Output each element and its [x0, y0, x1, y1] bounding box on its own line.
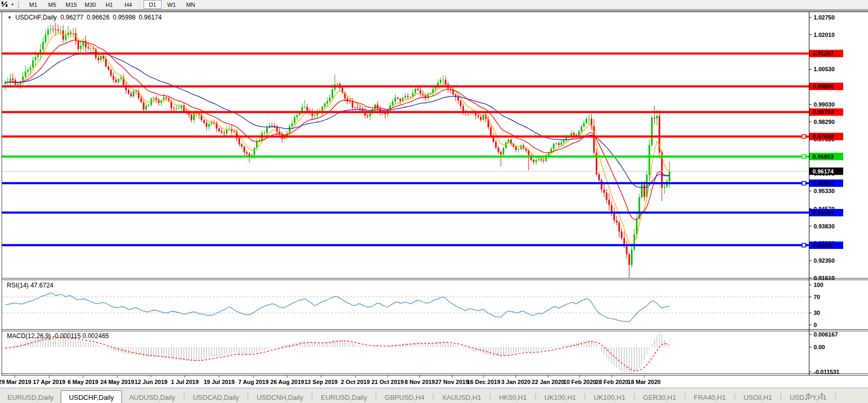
- svg-text:0.006167: 0.006167: [814, 331, 838, 338]
- svg-text:27 Nov 2019: 27 Nov 2019: [435, 379, 469, 385]
- svg-text:2 Oct 2019: 2 Oct 2019: [341, 379, 370, 385]
- ma-mid-line: [5, 40, 669, 219]
- svg-text:0.98290: 0.98290: [814, 119, 835, 125]
- svg-text:-0.011531: -0.011531: [814, 369, 839, 375]
- chart-title: ▼ USDCHF,Daily 0.96277 0.96626 0.95998 0…: [7, 14, 162, 21]
- tab-scroll-left-icon[interactable]: ◄: [806, 391, 815, 397]
- ohlc-open: 0.96277: [61, 14, 83, 21]
- svg-text:8 Nov 2019: 8 Nov 2019: [404, 379, 435, 385]
- svg-text:0.97658: 0.97658: [813, 133, 834, 140]
- rsi-axis: 10070300: [809, 282, 823, 328]
- svg-text:0.99030: 0.99030: [814, 101, 835, 108]
- svg-text:1.01207: 1.01207: [813, 50, 834, 56]
- date-axis: 29 Mar 201917 Apr 20196 May 201924 May 2…: [0, 376, 661, 386]
- macd-indicator-label: MACD(12,26,9) -0.000115 0.002465: [7, 332, 109, 340]
- svg-text:70: 70: [814, 294, 820, 300]
- svg-text:17 Apr 2019: 17 Apr 2019: [33, 379, 65, 385]
- svg-text:0.98703: 0.98703: [813, 109, 834, 115]
- svg-text:30: 30: [814, 310, 820, 316]
- symbol-caret-icon[interactable]: ▼: [7, 15, 12, 20]
- svg-text:13 Sep 2019: 13 Sep 2019: [305, 379, 338, 385]
- tab-scroll-right-icon[interactable]: ►: [820, 391, 829, 397]
- svg-text:0.95663: 0.95663: [813, 180, 834, 186]
- svg-text:0.96803: 0.96803: [813, 153, 834, 160]
- ma-slow-line: [5, 52, 669, 188]
- symbol-label: USDCHF,Daily: [15, 14, 57, 21]
- svg-text:26 Aug 2019: 26 Aug 2019: [270, 379, 304, 385]
- svg-text:24 May 2019: 24 May 2019: [100, 379, 134, 385]
- svg-text:18 Mar 2020: 18 Mar 2020: [628, 379, 661, 385]
- svg-text:6 May 2019: 6 May 2019: [68, 379, 98, 385]
- macd-axis: 0.0061670.00-0.011531: [809, 331, 839, 375]
- tab-scroll-arrows: ◄ ►: [806, 391, 829, 397]
- svg-text:0.92350: 0.92350: [814, 257, 835, 264]
- svg-text:16 Dec 2019: 16 Dec 2019: [467, 379, 501, 385]
- svg-text:10 Feb 2020: 10 Feb 2020: [563, 379, 596, 385]
- svg-text:12 Jun 2019: 12 Jun 2019: [135, 379, 167, 385]
- rsi-panel: [2, 293, 809, 322]
- chart-canvas[interactable]: 1.027501.020101.012701.005300.997800.990…: [0, 0, 868, 403]
- svg-text:0.96174: 0.96174: [813, 168, 834, 175]
- svg-text:0.93830: 0.93830: [814, 223, 835, 229]
- svg-text:28 Feb 2020: 28 Feb 2020: [596, 379, 628, 385]
- ohlc-high: 0.96626: [87, 14, 109, 21]
- svg-text:0.99800: 0.99800: [813, 83, 834, 90]
- ohlc-close: 0.96174: [139, 14, 162, 21]
- svg-text:0.00: 0.00: [814, 344, 825, 350]
- svg-text:22 Jan 2020: 22 Jan 2020: [532, 379, 564, 385]
- panel-borders: [0, 12, 868, 376]
- ohlc-low: 0.95998: [112, 14, 135, 21]
- svg-text:0.95330: 0.95330: [814, 188, 835, 194]
- svg-text:21 Oct 2019: 21 Oct 2019: [371, 379, 403, 385]
- price-line-labels: 1.012070.998000.987030.976580.968030.956…: [809, 50, 843, 248]
- svg-text:3 Jan 2020: 3 Jan 2020: [501, 379, 531, 385]
- svg-text:0.93011: 0.93011: [813, 242, 833, 248]
- rsi-indicator-label: RSI(14) 47.6724: [7, 282, 53, 289]
- svg-text:19 Jul 2019: 19 Jul 2019: [204, 379, 235, 385]
- svg-text:1.00530: 1.00530: [814, 66, 835, 72]
- svg-text:0.94404: 0.94404: [813, 209, 834, 216]
- svg-text:7 Aug 2019: 7 Aug 2019: [238, 379, 269, 385]
- svg-text:1.02010: 1.02010: [814, 32, 835, 38]
- svg-text:1.02750: 1.02750: [814, 14, 835, 21]
- svg-text:0: 0: [814, 322, 817, 328]
- svg-text:1 Jul 2019: 1 Jul 2019: [171, 379, 199, 385]
- svg-text:0.91610: 0.91610: [814, 275, 835, 281]
- candles-layer: [5, 23, 671, 278]
- svg-text:100: 100: [814, 282, 823, 288]
- svg-text:29 Mar 2019: 29 Mar 2019: [0, 379, 31, 385]
